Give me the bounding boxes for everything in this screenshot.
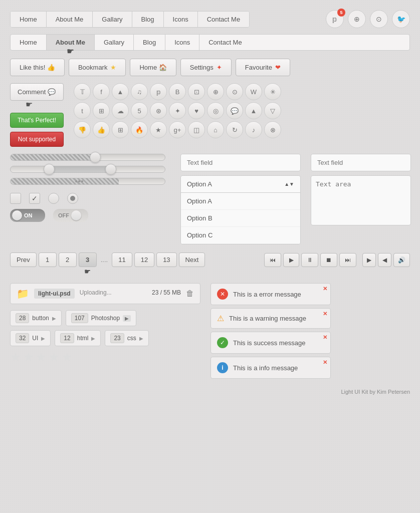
page-11-button[interactable]: 11 — [112, 252, 132, 267]
media-volume-btn-2[interactable]: 🔊 — [393, 253, 410, 267]
dropdown-option-a[interactable]: Option A — [181, 193, 300, 210]
error-state-button[interactable]: Not supported — [10, 132, 64, 147]
drive-social-icon[interactable]: ▽ — [264, 102, 281, 119]
tag-28-button[interactable]: 28 button ▶ — [10, 310, 62, 326]
next-page-button[interactable]: Next — [179, 252, 205, 267]
favourite-button[interactable]: Favourite ❤ — [236, 59, 290, 76]
text-field-1[interactable] — [180, 154, 301, 171]
compass-social-icon[interactable]: ◎ — [207, 102, 224, 119]
star-3[interactable]: ★ — [36, 350, 47, 364]
tag-32-button[interactable]: 32 UI ▶ — [10, 330, 51, 346]
heart-social-icon[interactable]: ♥ — [188, 102, 205, 119]
toggle-on[interactable]: ON — [10, 209, 45, 222]
file-delete-button[interactable]: 🗑 — [186, 289, 194, 298]
chrome-social-icon[interactable]: ⊗ — [264, 121, 281, 138]
text-field-2[interactable] — [311, 154, 411, 171]
media-skip-fwd-btn[interactable]: ⏭ — [339, 253, 356, 267]
globe-social-icon[interactable]: ⊙ — [226, 83, 243, 100]
twitter-social-icon[interactable]: 𝕋 — [74, 83, 91, 100]
facebook-social-icon[interactable]: f — [93, 83, 110, 100]
slider-2-thumb-right[interactable] — [105, 164, 116, 175]
home2-social-icon[interactable]: ⌂ — [207, 121, 224, 138]
media-stop-btn[interactable]: ⏹ — [320, 253, 337, 267]
nav-tab-aboutme-1[interactable]: About Me — [47, 12, 93, 27]
settings-button[interactable]: Settings ✦ — [180, 59, 232, 76]
nav-tab-aboutme-2[interactable]: About Me ☛ — [47, 35, 95, 50]
nav-tab-gallary-1[interactable]: Gallary — [93, 12, 132, 27]
media-skip-back-btn[interactable]: ⏮ — [264, 253, 281, 267]
media-play-btn[interactable]: ▶ — [283, 253, 299, 267]
error-close-button[interactable]: ✕ — [323, 286, 327, 292]
slider-3-track[interactable] — [10, 178, 165, 185]
instagram-social-icon[interactable]: ◫ — [188, 121, 205, 138]
warning-social-icon[interactable]: ▲ — [245, 102, 262, 119]
pinterest-icon-btn[interactable]: 𝕡 5 — [326, 10, 344, 28]
info-close-button[interactable]: ✕ — [323, 359, 327, 366]
chat-social-icon[interactable]: 💬 — [226, 102, 243, 119]
html5-social-icon[interactable]: 5 — [131, 102, 148, 119]
dropdown-header[interactable]: Option A ▲▼ — [181, 176, 300, 193]
fire-social-icon[interactable]: 🔥 — [131, 121, 148, 138]
nav-tab-icons-1[interactable]: Icons — [164, 12, 198, 27]
page-1-button[interactable]: 1 — [39, 252, 57, 267]
tag-12-button[interactable]: 12 html ▶ — [55, 330, 101, 346]
star-1[interactable]: ★ — [10, 350, 21, 364]
page-3-button[interactable]: 3 ☛ — [79, 252, 97, 267]
home-button[interactable]: Home 🏠 — [130, 59, 176, 76]
warning-close-button[interactable]: ✕ — [323, 311, 327, 317]
stumbleupon-icon-btn[interactable]: ⊕ — [348, 10, 366, 28]
lastfm-social-icon[interactable]: ♫ — [131, 83, 148, 100]
gplus-social-icon[interactable]: g+ — [169, 121, 186, 138]
nav-tab-icons-2[interactable]: Icons — [165, 35, 199, 50]
checkbox-unchecked[interactable] — [10, 193, 21, 204]
myspace-social-icon[interactable]: ⊕ — [207, 83, 224, 100]
tag-107-button[interactable]: 107 Photoshop ▶ — [66, 310, 136, 326]
textarea-field[interactable] — [311, 175, 411, 225]
prev-page-button[interactable]: Prev — [10, 252, 37, 267]
slider-1-track[interactable] — [10, 154, 165, 161]
page-2-button[interactable]: 2 — [59, 252, 77, 267]
like-social-icon[interactable]: 👍 — [93, 121, 110, 138]
comment-button[interactable]: Comment 💬 ☛ — [10, 83, 64, 101]
dislike-social-icon[interactable]: 👎 — [74, 121, 91, 138]
pinterest-social-icon[interactable]: 𝕡 — [150, 83, 167, 100]
joomla-social-icon[interactable]: ✳ — [264, 83, 281, 100]
soundcloud-social-icon[interactable]: ☁ — [112, 102, 129, 119]
github-social-icon[interactable]: ⊛ — [150, 102, 167, 119]
page-12-button[interactable]: 12 — [134, 252, 154, 267]
radio-checked[interactable] — [67, 193, 78, 204]
bookmark-button[interactable]: Bookmark ★ — [69, 59, 126, 76]
nav-tab-contact-1[interactable]: Contact Me — [198, 12, 249, 27]
toggle-off[interactable]: OFF — [53, 209, 88, 222]
star-2[interactable]: ★ — [23, 350, 34, 364]
refresh-social-icon[interactable]: ↻ — [226, 121, 243, 138]
wordpress-social-icon[interactable]: W — [245, 83, 262, 100]
settings2-social-icon[interactable]: ✦ — [169, 102, 186, 119]
windows-social-icon[interactable]: ⊞ — [112, 121, 129, 138]
media-pause-btn[interactable]: ⏸ — [301, 253, 318, 267]
rss-social-icon[interactable]: ▲ — [112, 83, 129, 100]
media-rewind-btn-2[interactable]: ◀ — [378, 253, 391, 267]
star-social-icon[interactable]: ★ — [150, 121, 167, 138]
dropdown-option-b[interactable]: Option B — [181, 210, 300, 227]
music-social-icon[interactable]: ♪ — [245, 121, 262, 138]
nav-tab-blog-2[interactable]: Blog — [134, 35, 165, 50]
tumblr-social-icon[interactable]: t — [74, 102, 91, 119]
nav-tab-contact-2[interactable]: Contact Me — [199, 35, 251, 50]
nav-tab-blog-1[interactable]: Blog — [132, 12, 164, 27]
slider-2-track[interactable] — [10, 166, 165, 173]
slider-1-thumb[interactable] — [90, 152, 101, 163]
star-4[interactable]: ★ — [49, 350, 60, 364]
radio-unchecked[interactable] — [48, 193, 59, 204]
rss2-social-icon[interactable]: ⊡ — [188, 83, 205, 100]
page-13-button[interactable]: 13 — [156, 252, 176, 267]
success-close-button[interactable]: ✕ — [323, 334, 327, 341]
nav-tab-home-2[interactable]: Home — [11, 35, 47, 50]
dribbble-icon-btn[interactable]: ⊙ — [370, 10, 388, 28]
slider-2-thumb-left[interactable] — [44, 164, 55, 175]
media-play-btn-2[interactable]: ▶ — [362, 253, 376, 267]
nav-tab-gallary-2[interactable]: Gallary — [95, 35, 134, 50]
like-button[interactable]: Like this! 👍 — [10, 59, 65, 76]
star-5[interactable]: ★ — [62, 350, 73, 364]
checkbox-checked[interactable]: ✓ — [29, 193, 40, 204]
